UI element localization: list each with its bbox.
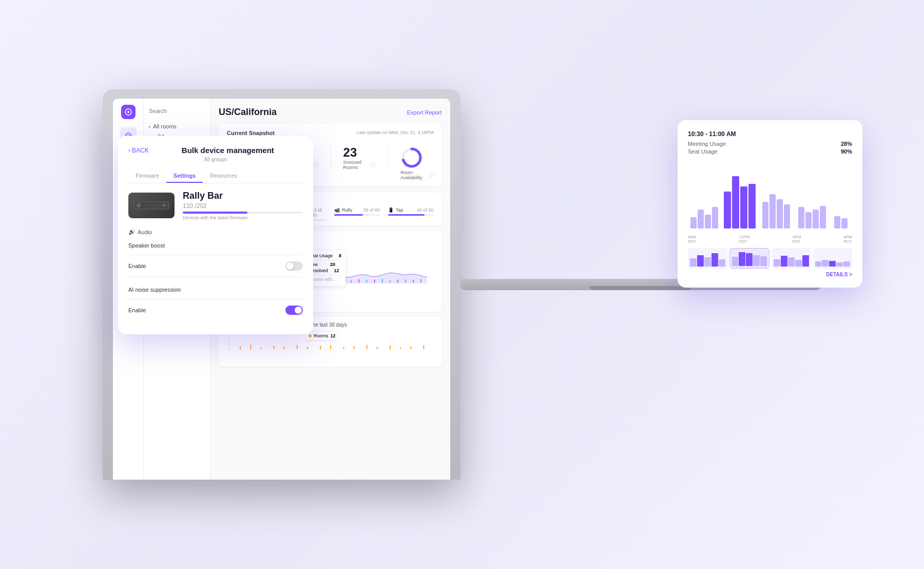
svg-rect-64 xyxy=(284,347,285,349)
usage-popup-card: 10:30 - 11:00 AM Meeting Usage 28% Seat … xyxy=(678,120,862,288)
svg-rect-81 xyxy=(724,192,731,229)
ai-noise-row: AI noise suppression xyxy=(128,283,303,296)
rally-name: 📹 Rally xyxy=(334,207,352,213)
svg-rect-62 xyxy=(260,348,261,350)
device-svg xyxy=(131,195,172,216)
tap-icon: 📱 xyxy=(388,207,394,213)
main-header: US/California Export Report xyxy=(219,107,442,118)
bar-time-labels: 8AMPDT 12PMPDT 4PMPDT 8PMPDT xyxy=(688,235,852,244)
occupancy-legend: Rooms 12 xyxy=(305,332,339,340)
usage-popup-inner: 10:30 - 11:00 AM Meeting Usage 28% Seat … xyxy=(688,130,852,277)
audio-setting: 🔊 Audio Speaker boost Enable xyxy=(128,229,303,277)
svg-rect-47 xyxy=(374,280,375,283)
metric-availability: Room Availability ⓘ xyxy=(400,146,433,180)
page-container: ‹ BACK Bulk device management All groups… xyxy=(103,53,821,516)
usage-stats: Meeting Usage 28% Seat Usage 90% xyxy=(688,141,852,155)
svg-text:20: 20 xyxy=(228,344,230,346)
occupancy-legend-dot xyxy=(309,334,312,337)
details-link[interactable]: DETAILS > xyxy=(688,272,852,277)
audio-section-title: 🔊 Audio xyxy=(128,229,303,235)
tab-firmware[interactable]: Firmware xyxy=(128,169,166,183)
svg-rect-48 xyxy=(382,279,383,283)
svg-rect-90 xyxy=(805,212,812,229)
speaker-boost-toggle[interactable] xyxy=(285,261,303,271)
svg-rect-91 xyxy=(813,210,819,229)
svg-rect-67 xyxy=(320,346,321,349)
mini-bar xyxy=(781,256,787,267)
metric-divider-3 xyxy=(388,146,388,167)
mini-bar xyxy=(788,257,795,267)
firmware-item-header-rally: 📹 Rally 38 of 60 xyxy=(334,207,380,213)
occupancy-chart-area: 30 20 10 xyxy=(227,331,434,362)
mini-bar xyxy=(836,262,843,267)
bulk-card-header: ‹ BACK Bulk device management xyxy=(128,146,303,155)
svg-rect-50 xyxy=(397,280,398,283)
svg-rect-76 xyxy=(423,345,424,349)
metric-divider-2 xyxy=(331,146,331,167)
svg-rect-77 xyxy=(690,217,697,229)
speaker-boost-row: Speaker boost xyxy=(128,239,303,252)
page-title: US/California xyxy=(219,107,277,118)
svg-rect-87 xyxy=(777,199,783,229)
mini-bar xyxy=(795,260,802,267)
svg-rect-60 xyxy=(240,346,241,349)
mini-chart-2-selected[interactable] xyxy=(729,248,770,269)
device-section: Rally Bar 110 /202 Devices with the late… xyxy=(128,191,303,220)
logo-icon xyxy=(124,108,132,116)
firmware-progress-bar xyxy=(183,212,303,214)
bar-chart-svg xyxy=(688,161,852,233)
svg-rect-79 xyxy=(705,215,711,229)
back-arrow-icon: ‹ xyxy=(128,147,130,154)
firmware-label: Devices with the latest firmware xyxy=(183,215,303,220)
mini-bar-row xyxy=(688,248,852,269)
tap-bar-fill xyxy=(388,214,425,216)
bulk-device-card: ‹ BACK Bulk device management All groups… xyxy=(118,136,313,334)
divider xyxy=(128,255,303,255)
tab-settings[interactable]: Settings xyxy=(166,169,203,183)
mini-bar xyxy=(815,261,822,267)
svg-rect-74 xyxy=(400,348,401,350)
seat-usage-value: 90% xyxy=(841,148,852,155)
device-count: 110 /202 xyxy=(183,202,303,210)
svg-rect-3 xyxy=(144,203,164,207)
arrow-icon: ▸ xyxy=(149,124,151,129)
back-button[interactable]: ‹ BACK xyxy=(128,147,149,154)
firmware-item-rally: 📹 Rally 38 of 60 xyxy=(334,207,380,221)
svg-text:10: 10 xyxy=(228,348,230,350)
mini-chart-3[interactable] xyxy=(772,248,811,269)
mini-chart-1[interactable] xyxy=(688,248,727,269)
divider2 xyxy=(128,277,303,277)
svg-rect-78 xyxy=(698,210,704,229)
tab-resources[interactable]: Resources xyxy=(203,169,244,183)
svg-rect-72 xyxy=(377,347,378,349)
audio-icon: 🔊 xyxy=(128,229,136,235)
svg-point-2 xyxy=(137,203,141,207)
bulk-tabs: Firmware Settings Resources xyxy=(128,169,303,183)
firmware-item-tap: 📱 Tap 40 of 50 xyxy=(388,207,434,221)
mini-bar xyxy=(753,255,760,266)
svg-rect-44 xyxy=(351,280,352,283)
svg-point-6 xyxy=(127,111,129,113)
svg-rect-53 xyxy=(420,279,421,283)
svg-rect-80 xyxy=(712,207,718,229)
rally-camera-count: 15 of 30 xyxy=(312,207,326,218)
svg-rect-83 xyxy=(740,186,747,229)
export-report-button[interactable]: Export Report xyxy=(407,109,442,116)
mini-bar xyxy=(732,257,739,266)
seat-usage-label: Seat Usage xyxy=(688,148,717,155)
ai-noise-toggle[interactable] xyxy=(285,306,303,315)
nav-item-all-rooms[interactable]: ▸ All rooms xyxy=(144,121,210,131)
speaker-boost-enable-row: Enable xyxy=(128,258,303,274)
mini-bar xyxy=(760,256,767,267)
rally-icon: 📹 xyxy=(334,207,340,213)
sidebar-logo xyxy=(121,105,136,119)
search-input[interactable] xyxy=(149,108,205,114)
mini-chart-4[interactable] xyxy=(813,248,853,269)
svg-rect-45 xyxy=(359,279,360,283)
device-image xyxy=(128,193,175,218)
tap-count: 40 of 50 xyxy=(417,207,434,213)
snoozed-value: 23 xyxy=(343,146,376,159)
svg-rect-51 xyxy=(405,279,406,283)
svg-point-4 xyxy=(163,204,166,207)
rally-count: 38 of 60 xyxy=(363,207,380,213)
